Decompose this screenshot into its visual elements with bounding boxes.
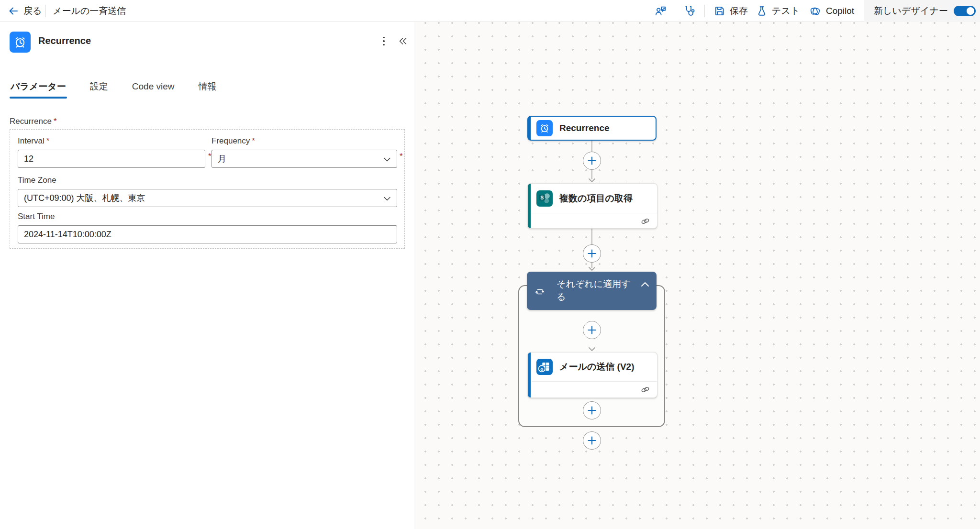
alarm-clock-icon bbox=[536, 120, 553, 136]
frequency-value: 月 bbox=[218, 153, 226, 165]
connector-color-bar bbox=[528, 353, 531, 397]
chevron-down-icon bbox=[383, 156, 391, 162]
tab-settings[interactable]: 設定 bbox=[89, 80, 109, 99]
flow-title: メールの一斉送信 bbox=[53, 0, 126, 22]
svg-text:S: S bbox=[540, 195, 544, 200]
recurrence-node[interactable]: Recurrence bbox=[527, 116, 657, 141]
connector-color-bar bbox=[528, 184, 531, 228]
more-options-button[interactable] bbox=[376, 33, 391, 49]
node-title: それぞれに適用する bbox=[557, 277, 639, 303]
frequency-required-asterisk: * bbox=[400, 152, 403, 161]
timezone-label: Time Zone bbox=[18, 176, 397, 185]
copilot-icon bbox=[809, 5, 822, 18]
tab-code-view[interactable]: Code view bbox=[131, 80, 176, 99]
back-arrow-icon bbox=[8, 5, 19, 17]
chevron-up-icon bbox=[640, 281, 650, 287]
save-icon bbox=[714, 5, 725, 17]
interval-input[interactable] bbox=[18, 150, 205, 168]
chevron-down-icon bbox=[383, 196, 391, 201]
frequency-label: Frequency* bbox=[212, 136, 397, 146]
node-title: メールの送信 (V2) bbox=[559, 361, 635, 373]
save-button[interactable]: 保存 bbox=[714, 0, 748, 22]
send-mail-node[interactable]: o メールの送信 (V2) bbox=[527, 352, 657, 398]
test-label: テスト bbox=[772, 5, 800, 17]
node-footer bbox=[532, 213, 657, 229]
action-details-panel: Recurrence パラメーター 設定 Code view 情報 Recurr… bbox=[0, 22, 414, 529]
interval-label: Interval* bbox=[18, 136, 205, 146]
link-icon bbox=[640, 385, 650, 395]
required-asterisk: * bbox=[54, 117, 57, 126]
timezone-value: (UTC+09:00) 大阪、札幌、東京 bbox=[24, 192, 145, 204]
frequency-field: Frequency* 月 bbox=[212, 136, 397, 168]
new-designer-label: 新しいデザイナー bbox=[874, 5, 948, 17]
add-action-button[interactable] bbox=[583, 431, 601, 450]
recurrence-section-label: Recurrence* bbox=[10, 117, 57, 126]
add-action-button[interactable] bbox=[583, 152, 601, 170]
interval-field: Interval* bbox=[18, 136, 205, 168]
starttime-field: Start Time bbox=[18, 212, 397, 243]
feedback-person-icon bbox=[655, 5, 667, 17]
add-action-button[interactable] bbox=[583, 401, 601, 419]
collapse-panel-button[interactable] bbox=[395, 33, 411, 49]
plus-icon bbox=[587, 249, 597, 258]
arrowhead-icon bbox=[588, 347, 596, 352]
link-icon bbox=[640, 216, 650, 226]
plus-icon bbox=[587, 436, 597, 445]
recurrence-panel-icon-tile bbox=[10, 32, 31, 53]
double-chevron-left-icon bbox=[397, 35, 409, 47]
back-button[interactable]: 戻る bbox=[8, 0, 42, 22]
recurrence-parameters-group: Interval* * Frequency* 月 * Time Zone (UT… bbox=[10, 129, 405, 249]
interval-required-asterisk: * bbox=[208, 152, 212, 161]
plus-icon bbox=[587, 156, 597, 165]
apply-each-node[interactable]: それぞれに適用する bbox=[527, 272, 657, 310]
get-items-node[interactable]: S 複数の項目の取得 bbox=[527, 183, 657, 229]
arrowhead-icon bbox=[588, 178, 596, 183]
test-button[interactable]: テスト bbox=[756, 0, 800, 22]
add-action-button[interactable] bbox=[583, 244, 601, 263]
panel-title: Recurrence bbox=[38, 35, 91, 46]
toggle-knob bbox=[967, 7, 974, 15]
plus-icon bbox=[587, 325, 597, 335]
timezone-field: Time Zone (UTC+09:00) 大阪、札幌、東京 bbox=[18, 176, 397, 207]
add-action-button[interactable] bbox=[583, 321, 601, 339]
frequency-dropdown[interactable]: 月 bbox=[212, 150, 397, 168]
alarm-clock-icon bbox=[13, 35, 27, 49]
tab-info[interactable]: 情報 bbox=[198, 80, 218, 99]
new-designer-toggle[interactable] bbox=[954, 6, 976, 16]
copilot-button[interactable]: Copilot bbox=[809, 0, 854, 22]
collapse-scope-button[interactable] bbox=[637, 276, 653, 292]
sharepoint-icon: S bbox=[536, 190, 553, 207]
starttime-label: Start Time bbox=[18, 212, 397, 221]
new-designer-section: 新しいデザイナー bbox=[864, 0, 980, 22]
panel-tabs: パラメーター 設定 Code view 情報 bbox=[10, 80, 218, 99]
node-title: Recurrence bbox=[559, 123, 610, 133]
flow-checker-button[interactable] bbox=[683, 0, 696, 22]
starttime-input[interactable] bbox=[18, 225, 397, 243]
copilot-label: Copilot bbox=[826, 6, 854, 16]
back-label: 戻る bbox=[23, 5, 42, 17]
divider bbox=[45, 5, 46, 17]
loop-icon bbox=[535, 287, 545, 297]
divider bbox=[704, 5, 705, 17]
top-bar: 戻る メールの一斉送信 保存 bbox=[0, 0, 980, 22]
timezone-dropdown[interactable]: (UTC+09:00) 大阪、札幌、東京 bbox=[18, 189, 397, 207]
flow-canvas[interactable]: Recurrence S 複数の項目の取得 bbox=[414, 22, 980, 529]
test-flask-icon bbox=[756, 5, 768, 17]
stethoscope-icon bbox=[683, 5, 696, 17]
kebab-menu-icon bbox=[383, 37, 385, 46]
tab-parameters[interactable]: パラメーター bbox=[10, 80, 67, 99]
connector-line bbox=[591, 229, 592, 244]
node-footer bbox=[532, 381, 657, 397]
arrowhead-icon bbox=[588, 266, 596, 271]
outlook-icon: o bbox=[536, 359, 553, 375]
send-feedback-button[interactable] bbox=[655, 0, 667, 22]
save-label: 保存 bbox=[730, 5, 748, 17]
svg-text:o: o bbox=[540, 366, 543, 372]
node-title: 複数の項目の取得 bbox=[559, 192, 633, 205]
plus-icon bbox=[587, 406, 597, 415]
